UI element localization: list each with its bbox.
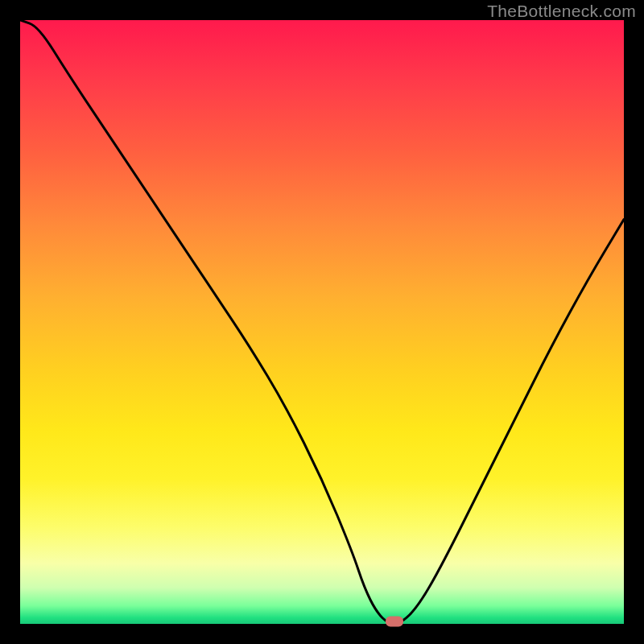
bottleneck-curve-path [20, 20, 624, 624]
chart-frame: TheBottleneck.com [0, 0, 644, 644]
watermark-text: TheBottleneck.com [487, 2, 636, 21]
bottleneck-curve-svg [20, 20, 624, 624]
